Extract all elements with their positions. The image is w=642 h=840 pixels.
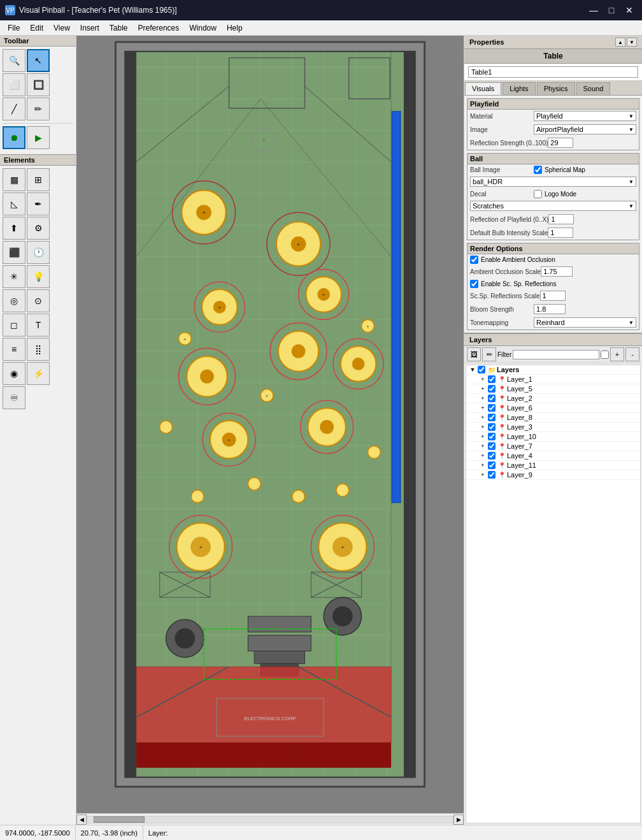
element-10[interactable]: 💡	[27, 265, 50, 288]
root-expand-icon[interactable]: ▼	[469, 366, 476, 373]
menu-edit[interactable]: Edit	[25, 22, 48, 34]
list-item[interactable]: + 📍 Layer_9	[466, 470, 640, 480]
play-button[interactable]: ▶	[27, 126, 50, 149]
layer11-checkbox[interactable]	[488, 461, 496, 469]
ambient-occlusion-checkbox[interactable]	[470, 256, 478, 264]
pinball-canvas[interactable]: + + +	[76, 36, 464, 812]
h-scroll-thumb[interactable]	[94, 816, 145, 823]
default-bulb-input[interactable]	[548, 228, 573, 238]
element-9[interactable]: ✳	[3, 265, 25, 288]
maximize-button[interactable]: □	[604, 3, 619, 18]
tab-visuals[interactable]: Visuals	[465, 82, 501, 95]
select-tool-button[interactable]: ↖	[27, 49, 50, 72]
element-2[interactable]: ⊞	[27, 168, 50, 191]
canvas-inner[interactable]: + + +	[76, 36, 464, 812]
record-button[interactable]: ⏺	[3, 126, 25, 149]
element-11[interactable]: ◎	[3, 289, 25, 312]
element-16[interactable]: ⣿	[27, 338, 50, 361]
layer10-checkbox[interactable]	[488, 433, 496, 440]
menu-insert[interactable]: Insert	[75, 22, 104, 34]
tonemapping-select[interactable]: Reinhard	[534, 317, 636, 328]
table-name-input[interactable]	[468, 66, 638, 78]
menu-table[interactable]: Table	[104, 22, 133, 34]
element-18[interactable]: ⚡	[27, 362, 50, 385]
layer6-checkbox[interactable]	[488, 404, 496, 412]
layer8-checkbox[interactable]	[488, 414, 496, 421]
filter-checkbox[interactable]	[601, 351, 609, 359]
layer2-expand[interactable]: +	[479, 395, 487, 402]
layer3-checkbox[interactable]	[488, 423, 496, 431]
tool-6[interactable]: ✏	[27, 98, 50, 120]
menu-window[interactable]: Window	[184, 22, 222, 34]
zoom-tool-button[interactable]: 🔍	[3, 49, 25, 72]
list-item[interactable]: + 📍 Layer_3	[466, 423, 640, 432]
h-scrollbar[interactable]: ◀ ▶	[76, 813, 464, 825]
decal-select[interactable]: Scratches	[470, 201, 636, 211]
list-item[interactable]: + 📍 Layer_11	[466, 461, 640, 470]
layer5-expand[interactable]: +	[479, 386, 487, 392]
element-5[interactable]: ⬆	[3, 217, 25, 240]
layer7-expand[interactable]: +	[479, 443, 487, 449]
props-scroll-down[interactable]: ▼	[627, 38, 637, 47]
tool-4[interactable]: 🔲	[27, 73, 50, 96]
layer9-expand[interactable]: +	[479, 472, 487, 478]
layer1-checkbox[interactable]	[488, 375, 496, 383]
canvas-area[interactable]: + + +	[76, 36, 464, 825]
add-layer-button[interactable]: +	[610, 347, 624, 361]
element-3[interactable]: ◺	[3, 192, 25, 215]
layer7-checkbox[interactable]	[488, 442, 496, 450]
tab-physics[interactable]: Physics	[537, 82, 575, 95]
layer5-checkbox[interactable]	[488, 385, 496, 393]
list-item[interactable]: + 📍 Layer_1	[466, 375, 640, 384]
layers-tool-2[interactable]: ✏	[482, 347, 496, 361]
element-12[interactable]: ⊙	[27, 289, 50, 312]
scroll-right-button[interactable]: ▶	[453, 815, 464, 825]
sc-sp-reflections-checkbox[interactable]	[470, 280, 478, 288]
list-item[interactable]: + 📍 Layer_10	[466, 432, 640, 442]
layer4-expand[interactable]: +	[479, 453, 487, 459]
list-item[interactable]: + 📍 Layer_5	[466, 384, 640, 394]
element-13[interactable]: ◻	[3, 314, 25, 337]
image-select[interactable]: AirportPlayfield	[534, 124, 636, 134]
menu-preferences[interactable]: Preferences	[133, 22, 185, 34]
close-button[interactable]: ✕	[622, 3, 637, 18]
bloom-input[interactable]	[534, 304, 566, 314]
props-scroll-up[interactable]: ▲	[615, 38, 625, 47]
list-item[interactable]: + 📍 Layer_2	[466, 394, 640, 403]
material-select[interactable]: Playfield	[534, 111, 636, 121]
layer9-checkbox[interactable]	[488, 471, 496, 479]
tab-lights[interactable]: Lights	[503, 82, 535, 95]
tab-sound[interactable]: Sound	[576, 82, 611, 95]
scroll-left-button[interactable]: ◀	[76, 815, 87, 825]
layer1-expand[interactable]: +	[479, 376, 487, 382]
list-item[interactable]: + 📍 Layer_7	[466, 442, 640, 451]
root-checkbox[interactable]	[478, 366, 485, 373]
element-6[interactable]: ⚙	[27, 217, 50, 240]
spherical-map-checkbox[interactable]	[534, 166, 542, 174]
element-8[interactable]: 🕐	[27, 241, 50, 264]
minimize-button[interactable]: —	[586, 3, 601, 18]
menu-help[interactable]: Help	[222, 22, 248, 34]
layer4-checkbox[interactable]	[488, 452, 496, 460]
sc-sp-scale-input[interactable]	[540, 291, 566, 301]
layer11-expand[interactable]: +	[479, 462, 487, 468]
list-item[interactable]: + 📍 Layer_8	[466, 413, 640, 423]
ball-image-select[interactable]: ball_HDR	[470, 177, 636, 187]
tool-3[interactable]: ⬜	[3, 73, 25, 96]
layer2-checkbox[interactable]	[488, 395, 496, 402]
layers-root-item[interactable]: ▼ 📁 Layers	[466, 365, 640, 375]
layers-tree[interactable]: ▼ 📁 Layers + 📍 Layer_1 +	[466, 365, 641, 823]
menu-file[interactable]: File	[3, 22, 25, 34]
element-1[interactable]: ▦	[3, 168, 25, 191]
element-14[interactable]: T	[27, 314, 50, 337]
element-17[interactable]: ◉	[3, 362, 25, 385]
layer6-expand[interactable]: +	[479, 405, 487, 411]
h-scroll-track[interactable]	[87, 816, 453, 823]
menu-view[interactable]: View	[48, 22, 75, 34]
reflection-playfield-input[interactable]	[548, 214, 574, 224]
filter-input[interactable]	[513, 350, 599, 359]
element-7[interactable]: ⬛	[3, 241, 25, 264]
layer3-expand[interactable]: +	[479, 424, 487, 430]
element-15[interactable]: ≡	[3, 338, 25, 361]
layer10-expand[interactable]: +	[479, 433, 487, 440]
